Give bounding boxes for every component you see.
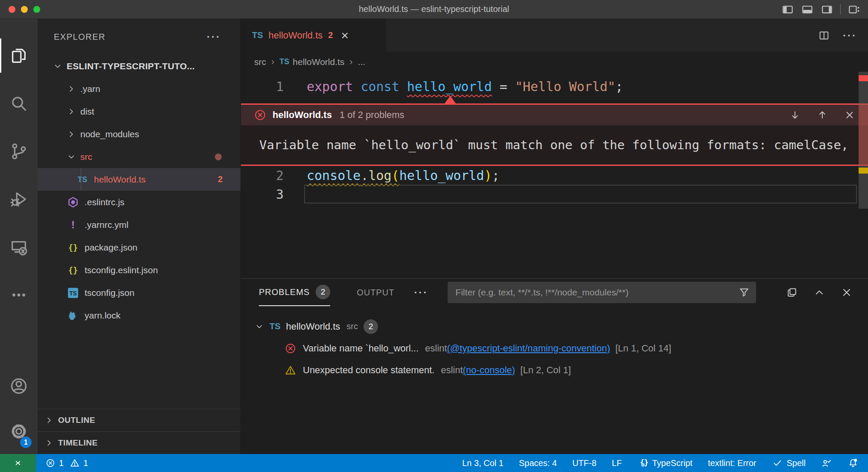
sidebar-sections: OUTLINE TIMELINE (38, 409, 240, 454)
tree-item-node-modules[interactable]: node_modules (38, 123, 240, 145)
split-editor-button[interactable] (818, 30, 830, 41)
breadcrumb-item-src[interactable]: src (254, 57, 266, 67)
status-item-feedback[interactable] (821, 457, 832, 469)
layout-sidebar-left-button[interactable] (781, 3, 794, 16)
code-line-2[interactable]: 2console.log(hello_world); (241, 166, 868, 185)
move-panel-button[interactable] (786, 286, 798, 298)
chevron-right-icon (67, 130, 76, 139)
tree-item-tsconfig-json[interactable]: TStsconfig.json (38, 281, 240, 304)
peek-problem-count: 1 of 2 problems (340, 109, 405, 121)
svg-text:!: ! (71, 218, 75, 230)
line-number: 1 (241, 79, 284, 94)
svg-text:TS: TS (78, 175, 87, 184)
status-item-spaces-4[interactable]: Spaces: 4 (519, 458, 557, 468)
breadcrumb-item-file[interactable]: TS helloWorld.ts (279, 57, 344, 67)
layout-panel-button[interactable] (801, 3, 814, 16)
activity-debug-button[interactable] (0, 175, 38, 223)
modified-dot-badge (215, 153, 222, 160)
editor-region: TS helloWorld.ts 2 × ··· src › TS helloW… (241, 19, 868, 454)
filter-icon (738, 286, 750, 298)
tree-item-eslint-typescript-tuto-[interactable]: ESLINT-TYPESCRIPT-TUTO... (38, 55, 240, 77)
maximize-panel-button[interactable] (813, 286, 825, 298)
status-item-typescript[interactable]: {}TypeScript (637, 457, 692, 469)
code-line-3[interactable]: 3 (241, 185, 868, 204)
tree-item-yarn-lock[interactable]: yarn.lock (38, 304, 240, 327)
close-peek-button[interactable] (844, 109, 855, 121)
status-item-textlint-error[interactable]: textlint: Error (708, 458, 756, 468)
tree-item--yarnrc-yml[interactable]: !.yarnrc.yml (38, 213, 240, 236)
timeline-section-header[interactable]: TIMELINE (38, 431, 240, 454)
editor-more-actions-button[interactable]: ··· (843, 30, 857, 41)
code-editor[interactable]: 1export const hello_world = "Hello World… (241, 72, 868, 278)
tree-item-package-json[interactable]: {}package.json (38, 236, 240, 259)
tree-item-dist[interactable]: dist (38, 100, 240, 123)
explorer-more-actions-button[interactable]: ··· (207, 31, 221, 43)
peek-title: helloWorld.ts (273, 109, 332, 121)
tab-bar: TS helloWorld.ts 2 × ··· (241, 19, 868, 52)
tree-item-tsconfig-eslint-json[interactable]: {}tsconfig.eslint.json (38, 259, 240, 281)
status-item-lf[interactable]: LF (612, 458, 622, 468)
chevron-right-icon (67, 84, 76, 94)
minimize-window-button[interactable] (21, 6, 28, 13)
panel-more-tabs-button[interactable]: ··· (414, 286, 428, 298)
status-item-ln-3-col-1[interactable]: Ln 3, Col 1 (462, 458, 504, 468)
next-problem-button[interactable] (789, 109, 801, 121)
typescript-file-icon: TS (270, 322, 281, 331)
tab-output[interactable]: OUTPUT (357, 279, 394, 306)
activity-more-button[interactable] (0, 271, 38, 319)
ts-icon: TS (76, 173, 89, 186)
problems-file-label: helloWorld.ts (286, 321, 340, 332)
status-item-spell[interactable]: Spell (772, 457, 806, 469)
ts-braces-icon: {} (637, 457, 648, 469)
rule-link[interactable]: (no-console) (463, 365, 515, 375)
explorer-sidebar: EXPLORER ··· ESLINT-TYPESCRIPT-TUTO....y… (38, 19, 241, 454)
activity-remote-explorer-button[interactable] (0, 223, 38, 271)
error-circle-icon (284, 342, 296, 354)
files-icon (9, 46, 29, 65)
tab-problem-badge: 2 (328, 30, 333, 40)
tab-problems[interactable]: PROBLEMS 2 (259, 279, 330, 306)
tab-helloworld[interactable]: TS helloWorld.ts 2 × (241, 19, 386, 52)
problem-row-warning[interactable]: Unexpected console statement.eslint(no-c… (241, 359, 868, 381)
tree-item--eslintrc-js[interactable]: .eslintrc.js (38, 191, 240, 213)
error-peek-widget: helloWorld.ts 1 of 2 problems Variable n… (241, 103, 868, 166)
tree-item--yarn[interactable]: .yarn (38, 77, 240, 100)
error-icon (45, 458, 56, 468)
breadcrumb-item-symbol[interactable]: ... (358, 57, 366, 67)
problems-status-item[interactable]: 1 1 (45, 458, 88, 468)
layout-customize-button[interactable] (847, 3, 860, 16)
status-item-bell-dot[interactable] (847, 457, 859, 469)
activity-search-button[interactable] (0, 80, 38, 127)
activity-settings-button[interactable]: 1 (0, 409, 38, 454)
peek-region-marker (859, 103, 868, 166)
status-item-utf-8[interactable]: UTF-8 (572, 458, 597, 468)
remote-indicator[interactable] (0, 454, 36, 472)
svg-text:}: } (644, 458, 648, 467)
rule-link[interactable]: (@typescript-eslint/naming-convention) (447, 343, 610, 354)
chevron-down-icon (67, 152, 76, 162)
remote-icon (12, 457, 23, 469)
tree-item-src[interactable]: src (38, 145, 240, 168)
code-line-1[interactable]: 1export const hello_world = "Hello World… (241, 77, 868, 96)
ts-square-icon: TS (67, 286, 79, 299)
close-window-button[interactable] (9, 6, 15, 13)
previous-problem-button[interactable] (817, 109, 828, 121)
status-bar: 1 1 Ln 3, Col 1Spaces: 4UTF-8LF{}TypeScr… (0, 454, 868, 472)
overview-ruler-scrollbar[interactable] (859, 72, 868, 278)
outline-section-header[interactable]: OUTLINE (38, 409, 240, 431)
activity-source-control-button[interactable] (0, 127, 38, 175)
tab-close-button[interactable]: × (341, 29, 349, 42)
problems-filter-input[interactable] (455, 287, 738, 298)
problem-row-error[interactable]: Variable name `hello_worl...eslint(@type… (241, 337, 868, 359)
error-icon (254, 109, 267, 121)
activity-files-button[interactable] (0, 32, 38, 80)
chevron-down-icon (53, 62, 62, 71)
tree-item-helloworld-ts[interactable]: TShelloWorld.ts2 (38, 168, 240, 191)
zoom-window-button[interactable] (33, 6, 40, 13)
close-panel-button[interactable] (841, 286, 853, 298)
error-count: 1 (59, 458, 64, 468)
problems-file-row[interactable]: TS helloWorld.ts src 2 (241, 316, 868, 337)
activity-account-button[interactable] (0, 363, 38, 409)
chevron-right-icon (44, 416, 54, 425)
layout-sidebar-right-button[interactable] (821, 3, 833, 16)
